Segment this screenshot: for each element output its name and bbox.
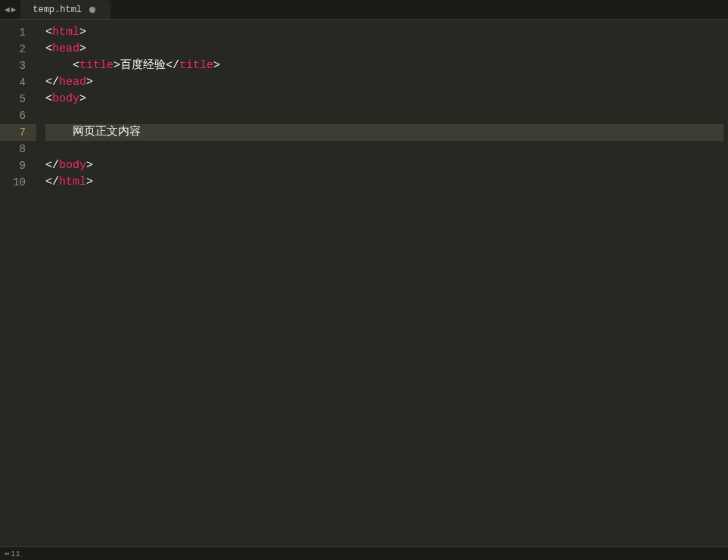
line-number: 6	[0, 107, 36, 124]
code-line-current: 网页正文内容	[45, 124, 723, 141]
line-number: 10	[0, 174, 36, 191]
line-number: 8	[0, 141, 36, 157]
status-bar: ↔ 11	[0, 546, 728, 560]
indent-indicator-icon: ↔	[5, 549, 9, 558]
tab-nav: ◀ ▶	[0, 0, 20, 19]
code-line	[45, 141, 723, 157]
status-line-number: 11	[11, 549, 20, 558]
tab-label: temp.html	[33, 5, 82, 15]
code-line: <body>	[45, 91, 723, 107]
line-number: 2	[0, 41, 36, 58]
editor-area: 1 2 3 4 5 6 7 8 9 10 <html> <head> <titl…	[0, 20, 728, 546]
tab-temp-html[interactable]: temp.html	[20, 0, 111, 19]
code-line: <title>百度经验</title>	[45, 58, 723, 74]
dirty-indicator-icon	[89, 7, 95, 13]
line-number-current: 7	[0, 124, 36, 141]
line-number: 5	[0, 91, 36, 107]
line-number-gutter: 1 2 3 4 5 6 7 8 9 10	[0, 20, 36, 546]
code-line: <html>	[45, 24, 723, 41]
line-number: 3	[0, 58, 36, 74]
code-line: </head>	[45, 74, 723, 91]
code-line: </html>	[45, 174, 723, 191]
code-line	[45, 107, 723, 124]
scrollbar[interactable]	[723, 20, 728, 546]
tab-bar: ◀ ▶ temp.html	[0, 0, 728, 20]
line-number: 1	[0, 24, 36, 41]
line-number: 4	[0, 74, 36, 91]
code-line: <head>	[45, 41, 723, 58]
nav-forward-icon[interactable]: ▶	[11, 5, 17, 14]
code-line: </body>	[45, 157, 723, 174]
nav-back-icon[interactable]: ◀	[5, 5, 10, 14]
code-content[interactable]: <html> <head> <title>百度经验</title> </head…	[36, 20, 723, 546]
line-number: 9	[0, 157, 36, 174]
